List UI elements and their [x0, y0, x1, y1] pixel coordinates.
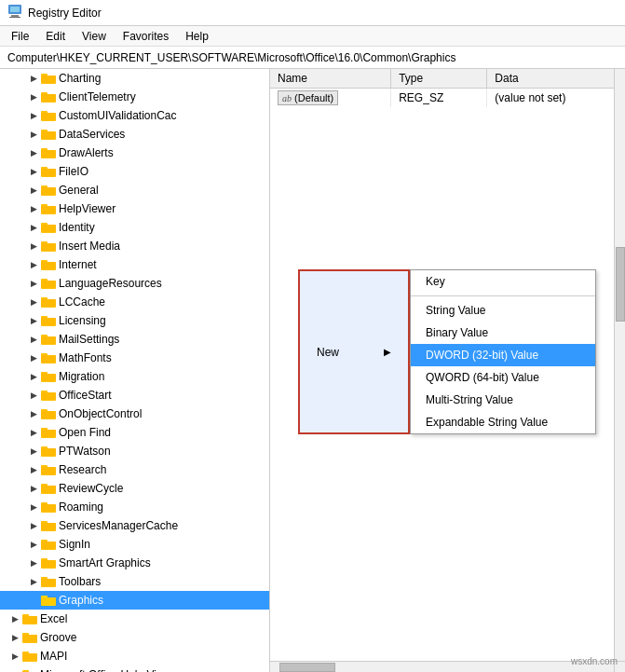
expand-arrow-icon[interactable]: ▶: [26, 71, 41, 86]
new-button[interactable]: New ▶: [298, 269, 410, 434]
tree-item-research[interactable]: ▶ Research: [0, 460, 269, 479]
tree-item-mailsettings[interactable]: ▶ MailSettings: [0, 330, 269, 349]
submenu-item-dwordvalue[interactable]: DWORD (32-bit) Value: [411, 344, 595, 366]
expand-arrow-icon[interactable]: ▶: [26, 332, 41, 347]
expand-arrow-icon[interactable]: ▶: [26, 276, 41, 291]
tree-label: Charting: [59, 72, 101, 85]
expand-arrow-icon[interactable]: ▶: [26, 313, 41, 328]
tree-item-toolbars[interactable]: ▶ Toolbars: [0, 572, 269, 591]
tree-label: ClientTelemetry: [59, 90, 136, 103]
submenu-item-expandablestringvalue[interactable]: Expandable String Value: [411, 411, 595, 433]
tree-item-excel[interactable]: ▶ Excel: [0, 610, 269, 628]
tree-item-drawalerts[interactable]: ▶ DrawAlerts: [0, 144, 269, 162]
expand-arrow-icon[interactable]: ▶: [7, 611, 22, 626]
tree-item-signin[interactable]: ▶ SignIn: [0, 535, 269, 554]
svg-rect-9: [41, 94, 56, 102]
submenu-item-qwordvalue[interactable]: QWORD (64-bit) Value: [411, 366, 595, 389]
folder-icon: [41, 109, 56, 122]
tree-item-languageresources[interactable]: ▶ LanguageResources: [0, 274, 269, 293]
expand-arrow-icon[interactable]: ▶: [26, 500, 41, 514]
tree-item-ptwatson[interactable]: ▶ PTWatson: [0, 442, 269, 460]
tree-item-mapi[interactable]: ▶ MAPI: [0, 647, 269, 665]
tree-item-fileio[interactable]: ▶ FileIO: [0, 162, 269, 181]
tree-item-internet[interactable]: ▶ Internet: [0, 255, 269, 274]
expand-arrow-icon[interactable]: ▶: [7, 667, 22, 672]
expand-arrow-icon[interactable]: ▶: [26, 295, 41, 309]
expand-arrow-icon[interactable]: ▶: [26, 239, 41, 254]
expand-arrow-icon[interactable]: ▶: [26, 537, 41, 552]
tree-item-roaming[interactable]: ▶ Roaming: [0, 498, 269, 516]
expand-arrow-icon[interactable]: ▶: [7, 630, 22, 645]
svg-rect-99: [22, 653, 37, 661]
expand-arrow-icon[interactable]: ▶: [26, 220, 41, 235]
table-row[interactable]: ab (Default)REG_SZ(value not set): [270, 89, 625, 108]
tree-item-charting[interactable]: ▶ Charting: [0, 69, 269, 88]
vertical-scroll-thumb[interactable]: [616, 247, 625, 322]
tree-item-lccache[interactable]: ▶ LCCache: [0, 293, 269, 311]
vertical-scrollbar[interactable]: [614, 69, 625, 661]
tree-label: ServicesManagerCache: [59, 519, 178, 532]
expand-arrow-icon[interactable]: ▶: [26, 425, 41, 440]
menu-help[interactable]: Help: [178, 28, 216, 44]
expand-arrow-icon[interactable]: ▶: [26, 369, 41, 384]
tree-item-identity[interactable]: ▶ Identity: [0, 218, 269, 237]
menu-edit[interactable]: Edit: [38, 28, 73, 44]
left-pane[interactable]: ▶ Charting▶ ClientTelemetry▶ CustomUIVal…: [0, 69, 270, 672]
menu-file[interactable]: File: [4, 28, 36, 44]
expand-arrow-icon[interactable]: ▶: [26, 127, 41, 142]
expand-arrow-icon[interactable]: ▶: [26, 406, 41, 421]
tree-item-reviewcycle[interactable]: ▶ ReviewCycle: [0, 479, 269, 498]
expand-arrow-icon[interactable]: ▶: [26, 183, 41, 198]
expand-arrow-icon[interactable]: ▶: [26, 145, 41, 160]
expand-arrow-icon[interactable]: ▶: [26, 555, 41, 570]
tree-item-openfind[interactable]: ▶ Open Find: [0, 423, 269, 442]
expand-arrow-icon[interactable]: ▶: [26, 444, 41, 459]
tree-item-servicesmanagercache[interactable]: ▶ ServicesManagerCache: [0, 516, 269, 535]
tree-item-graphics[interactable]: Graphics: [0, 591, 269, 610]
expand-arrow-icon[interactable]: [26, 593, 41, 608]
folder-icon: [41, 90, 56, 103]
folder-icon: [41, 407, 56, 420]
horizontal-scrollbar[interactable]: [270, 661, 614, 672]
tree-label: Licensing: [59, 314, 106, 327]
submenu-item-multistringvalue[interactable]: Multi-String Value: [411, 389, 595, 411]
svg-rect-66: [41, 448, 56, 456]
tree-item-microsoftofficehelp[interactable]: ▶ Microsoft Office Help View: [0, 665, 269, 672]
svg-rect-51: [41, 355, 56, 363]
expand-arrow-icon[interactable]: ▶: [26, 388, 41, 403]
expand-arrow-icon[interactable]: ▶: [26, 462, 41, 477]
menu-favorites[interactable]: Favorites: [115, 28, 176, 44]
submenu-item-key[interactable]: Key: [411, 270, 595, 293]
svg-rect-54: [41, 374, 56, 381]
menu-view[interactable]: View: [75, 28, 114, 44]
expand-arrow-icon[interactable]: ▶: [26, 108, 41, 123]
folder-icon: [41, 463, 56, 476]
tree-label: CustomUIValidationCac: [59, 109, 177, 122]
expand-arrow-icon[interactable]: ▶: [7, 649, 22, 664]
expand-arrow-icon[interactable]: ▶: [26, 350, 41, 365]
tree-item-customuivalidationcac[interactable]: ▶ CustomUIValidationCac: [0, 106, 269, 125]
expand-arrow-icon[interactable]: ▶: [26, 481, 41, 496]
tree-item-clienttelemetry[interactable]: ▶ ClientTelemetry: [0, 88, 269, 106]
tree-item-general[interactable]: ▶ General: [0, 181, 269, 199]
submenu-item-stringvalue[interactable]: String Value: [411, 299, 595, 322]
tree-item-mathfonts[interactable]: ▶ MathFonts: [0, 349, 269, 367]
tree-item-groove[interactable]: ▶ Groove: [0, 628, 269, 647]
horizontal-scroll-thumb[interactable]: [279, 663, 335, 672]
tree-item-insertmedia[interactable]: ▶ Insert Media: [0, 237, 269, 255]
cell-data: (value not set): [487, 89, 625, 108]
tree-item-officestart[interactable]: ▶ OfficeStart: [0, 386, 269, 405]
expand-arrow-icon[interactable]: ▶: [26, 574, 41, 589]
expand-arrow-icon[interactable]: ▶: [26, 164, 41, 179]
tree-item-helpviewer[interactable]: ▶ HelpViewer: [0, 199, 269, 218]
tree-item-licensing[interactable]: ▶ Licensing: [0, 311, 269, 330]
expand-arrow-icon[interactable]: ▶: [26, 89, 41, 104]
expand-arrow-icon[interactable]: ▶: [26, 518, 41, 533]
tree-item-smartartgraphics[interactable]: ▶ SmartArt Graphics: [0, 554, 269, 572]
expand-arrow-icon[interactable]: ▶: [26, 257, 41, 272]
tree-item-onobjectcontrol[interactable]: ▶ OnObjectControl: [0, 405, 269, 423]
submenu-item-binaryvalue[interactable]: Binary Value: [411, 322, 595, 344]
expand-arrow-icon[interactable]: ▶: [26, 201, 41, 216]
tree-item-migration[interactable]: ▶ Migration: [0, 367, 269, 386]
tree-item-dataservices[interactable]: ▶ DataServices: [0, 125, 269, 144]
